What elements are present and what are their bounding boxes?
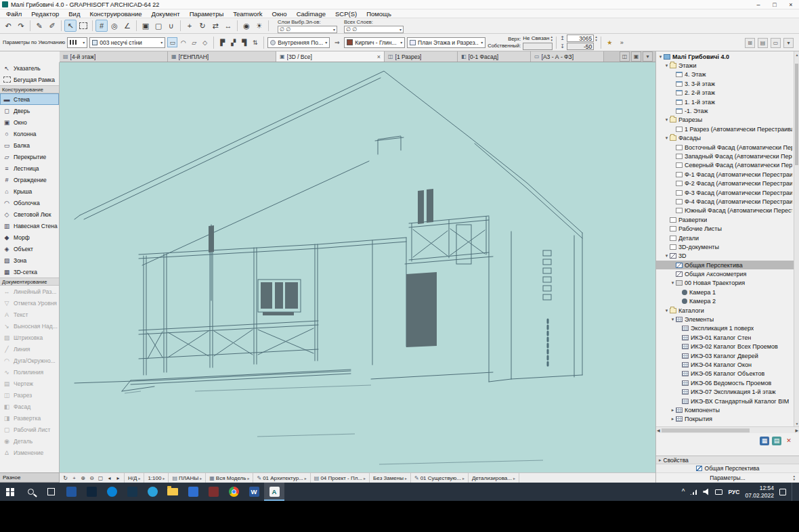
tool-arc[interactable]: ◠Дуга/Окружно... xyxy=(0,355,59,366)
navigator-item[interactable]: Камера 1 xyxy=(656,288,799,296)
pen-set-segment[interactable]: ✎01 Архитектур...▸ xyxy=(253,473,310,483)
wall-base-field[interactable]: -50 xyxy=(567,43,594,50)
toolbox-section-misc[interactable]: Разное xyxy=(0,472,60,483)
sun-settings-icon[interactable]: ☀ xyxy=(253,20,265,32)
navigator-item[interactable]: Развертки xyxy=(656,215,799,224)
wall-height-field[interactable]: 3065 xyxy=(567,35,594,42)
tool-object[interactable]: ◈Объект xyxy=(0,243,59,254)
tool-curtain-wall[interactable]: ▥Навесная Стена xyxy=(0,220,59,231)
notification-center-icon[interactable] xyxy=(779,489,786,495)
navigator-item[interactable]: ИКЭ-06 Ведомость Проемов xyxy=(656,378,799,387)
tool-level-dimension[interactable]: ▽Отметка Уровня xyxy=(0,297,59,309)
pinned-app-5[interactable] xyxy=(183,483,203,501)
all-layers-combo[interactable] xyxy=(344,26,404,33)
top-link-value[interactable]: Не Связан xyxy=(523,35,549,41)
taskbar-clock[interactable]: 12:54 07.02.2022 xyxy=(745,485,774,499)
task-view-button[interactable] xyxy=(41,483,61,501)
pinned-app-3[interactable] xyxy=(122,483,142,501)
tab-floor-4[interactable]: ▤[4-й этаж] xyxy=(60,51,168,62)
tab-overview-icon[interactable]: ▣ xyxy=(631,51,641,62)
tool-marquee[interactable]: Бегущая Рамка xyxy=(0,74,59,85)
toolbox-section-header-0[interactable]: Конструирование xyxy=(0,85,59,93)
more-tabs-icon[interactable]: ▾ xyxy=(643,51,653,62)
language-indicator[interactable]: РУС xyxy=(728,489,739,495)
camera-settings-icon[interactable]: ◉ xyxy=(240,20,253,32)
tool-column[interactable]: ○Колонна xyxy=(0,128,59,139)
tool-detail[interactable]: ◉Деталь xyxy=(0,435,59,447)
close-navigator-icon[interactable]: ✕ xyxy=(784,437,794,445)
tool-elevation[interactable]: ◧Фасад xyxy=(0,401,59,412)
scroll-right-icon[interactable]: ▶ xyxy=(795,428,798,433)
menu-item-2[interactable]: Вид xyxy=(64,10,85,18)
tool-shell[interactable]: ◠Оболочка xyxy=(0,197,59,208)
arrow-tool-icon[interactable]: ↖ xyxy=(64,20,77,32)
wall-poly-icon[interactable]: ◇ xyxy=(200,37,210,47)
tool-wall[interactable]: ▬Стена xyxy=(0,93,59,105)
menu-item-9[interactable]: SCP(S) xyxy=(330,10,362,18)
tool-skylight[interactable]: ◇Световой Люк xyxy=(0,208,59,220)
3d-viewport[interactable] xyxy=(60,62,655,472)
word-icon[interactable]: W xyxy=(244,483,264,501)
caret-icon[interactable]: ▾ xyxy=(664,308,670,313)
split-view-icon[interactable]: ◫ xyxy=(620,51,630,62)
previous-view-icon[interactable]: ◂ xyxy=(105,474,114,483)
navigator-item[interactable]: Камера 2 xyxy=(656,297,799,306)
archicad-icon[interactable]: A xyxy=(264,483,284,501)
properties-header[interactable]: ▸ Свойства xyxy=(656,456,799,464)
navigator-item[interactable]: ИКЭ-01 Каталог Стен xyxy=(656,333,799,342)
tool-stair[interactable]: ≡Лестница xyxy=(0,162,59,174)
scale-segment[interactable]: 1:100▸ xyxy=(144,473,169,483)
tool-label[interactable]: ↘Выносная Над... xyxy=(0,320,59,332)
display-combo[interactable]: План Этажа и Разрез... xyxy=(407,37,485,48)
navigator-item[interactable]: ▾Каталоги xyxy=(656,306,799,315)
view-settings-row[interactable]: Параметры... xyxy=(656,473,799,483)
layer-combination-segment[interactable]: ▤ПЛАНЫ▸ xyxy=(169,473,206,483)
network-icon[interactable] xyxy=(690,489,697,495)
tool-morph[interactable]: ◆Морф xyxy=(0,231,59,243)
rotate-icon[interactable]: ↻ xyxy=(196,20,209,32)
navigator-item[interactable]: ▾Фасады xyxy=(656,134,799,143)
minimize-button[interactable]: – xyxy=(750,0,766,9)
navigator-item[interactable]: Общая Перспектива xyxy=(656,261,799,269)
tab-close-icon[interactable]: × xyxy=(377,53,381,60)
menu-item-0[interactable]: Файл xyxy=(1,10,26,18)
pinned-app-6[interactable] xyxy=(203,483,223,501)
tool-drawing[interactable]: ▤Чертеж xyxy=(0,378,59,389)
scroll-left-icon[interactable]: ◀ xyxy=(657,428,660,433)
model-filter-segment[interactable]: ▦Вся Модель▸ xyxy=(206,473,253,483)
navigator-item[interactable]: 2. 2-й этаж xyxy=(656,89,799,97)
pinned-app-2[interactable] xyxy=(81,483,102,501)
caret-icon[interactable]: ▾ xyxy=(664,117,670,123)
more-navigator-icon[interactable]: ▾ xyxy=(783,38,794,48)
tool-dimension[interactable]: ↔Линейный Раз... xyxy=(0,286,59,297)
menu-item-3[interactable]: Конструирование xyxy=(85,10,146,18)
pan-icon[interactable]: + xyxy=(70,474,79,483)
caret-icon[interactable]: ▸ xyxy=(670,407,676,413)
tool-beam[interactable]: ▭Балка xyxy=(0,139,59,151)
building-material-combo[interactable]: Кирпич - Глин... xyxy=(344,37,405,48)
navigator-item[interactable]: 3D-документы xyxy=(656,242,799,251)
navigator-item[interactable]: ИКЭ-07 Экспликация 1-й этаж xyxy=(656,387,799,396)
navigator-item[interactable]: ИКЭ-05 Каталог Объектов xyxy=(656,370,799,378)
tool-section[interactable]: ◫Разрез xyxy=(0,389,59,401)
tool-arrow[interactable]: ↖Указатель xyxy=(0,62,59,74)
tab-layout-a3[interactable]: ▭[А3 - А - ФЗ] xyxy=(531,51,604,62)
caret-icon[interactable]: ▾ xyxy=(657,54,664,60)
navigator-item[interactable]: Западный Фасад (Автоматически Перестраив… xyxy=(656,152,799,160)
fit-in-window-icon[interactable]: ▢ xyxy=(96,474,105,483)
caret-icon[interactable]: ▾ xyxy=(664,253,670,259)
tab-section-1[interactable]: ◫[1 Разрез] xyxy=(385,51,458,62)
navigator-item[interactable]: 1. 1-й этаж xyxy=(656,97,799,106)
close-button[interactable]: × xyxy=(783,0,799,9)
inject-parameters-icon[interactable]: ✐ xyxy=(46,20,58,32)
organizer-icon[interactable]: ▤ xyxy=(758,38,768,48)
tool-mesh[interactable]: ▦3D-сетка xyxy=(0,266,59,278)
tool-door[interactable]: ◻Дверь xyxy=(0,105,59,116)
orbit-icon[interactable]: ↻ xyxy=(61,474,70,483)
tool-railing[interactable]: #Ограждение xyxy=(0,174,59,185)
guide-lines-icon[interactable]: ∠ xyxy=(121,20,133,32)
navigator-item[interactable]: -1. Этаж xyxy=(656,106,799,115)
magnet-icon[interactable]: ∪ xyxy=(165,20,177,32)
stepper-icon[interactable] xyxy=(595,35,597,41)
navigator-item[interactable]: 4. Этаж xyxy=(656,70,799,79)
